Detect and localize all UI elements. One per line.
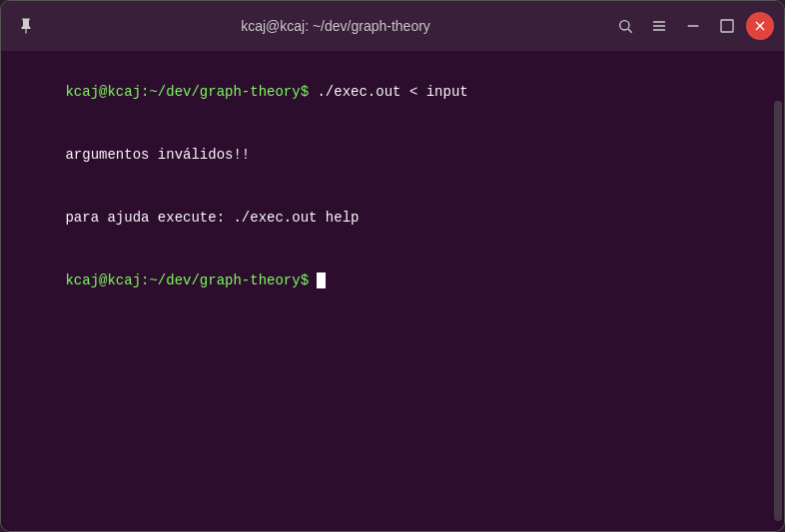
terminal-line-2: argumentos inválidos!!	[15, 124, 770, 187]
terminal-body[interactable]: kcaj@kcaj:~/dev/graph-theory$ ./exec.out…	[1, 51, 784, 531]
svg-rect-6	[721, 20, 733, 32]
output-line-2: para ajuda execute: ./exec.out help	[65, 210, 359, 226]
terminal-window: kcaj@kcaj: ~/dev/graph-theory	[0, 0, 785, 532]
command-1: ./exec.out < input	[309, 84, 468, 100]
search-button[interactable]	[610, 11, 640, 41]
terminal-line-4: kcaj@kcaj:~/dev/graph-theory$	[15, 250, 770, 312]
pin-icon	[17, 17, 35, 35]
terminal-line-1: kcaj@kcaj:~/dev/graph-theory$ ./exec.out…	[15, 61, 770, 124]
prompt-2: kcaj@kcaj:~/dev/graph-theory$	[65, 272, 309, 288]
titlebar: kcaj@kcaj: ~/dev/graph-theory	[1, 1, 784, 51]
close-icon	[754, 20, 766, 32]
maximize-icon	[719, 18, 735, 34]
window-title: kcaj@kcaj: ~/dev/graph-theory	[61, 18, 610, 34]
maximize-button[interactable]	[712, 11, 742, 41]
menu-button[interactable]	[644, 11, 674, 41]
terminal-line-3: para ajuda execute: ./exec.out help	[15, 187, 770, 250]
svg-point-0	[620, 21, 629, 30]
titlebar-left	[11, 11, 61, 41]
minimize-icon	[685, 18, 701, 34]
titlebar-controls	[610, 11, 774, 41]
pin-button[interactable]	[11, 11, 41, 41]
close-button[interactable]	[746, 12, 774, 40]
output-line-1: argumentos inválidos!!	[65, 147, 250, 163]
svg-line-1	[628, 29, 632, 33]
command-2	[309, 272, 317, 288]
terminal-cursor	[317, 272, 326, 288]
minimize-button[interactable]	[678, 11, 708, 41]
hamburger-icon	[651, 18, 667, 34]
prompt-1: kcaj@kcaj:~/dev/graph-theory$	[65, 84, 309, 100]
scrollbar[interactable]	[774, 101, 782, 521]
search-icon	[617, 18, 633, 34]
